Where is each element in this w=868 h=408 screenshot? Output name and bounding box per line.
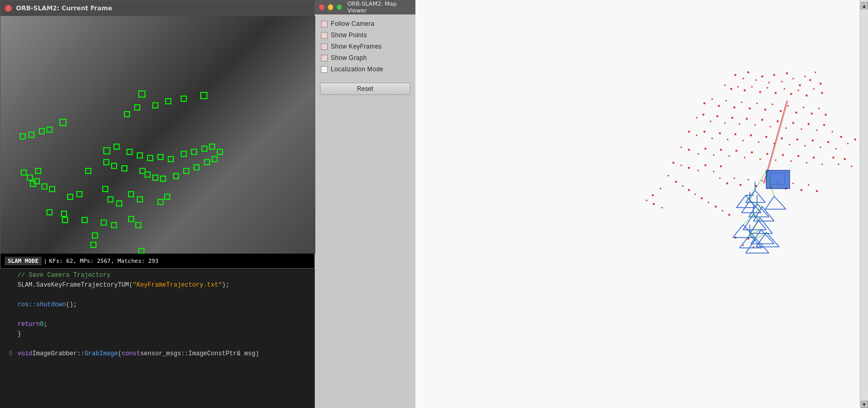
- svg-rect-53: [158, 199, 163, 205]
- scroll-up-button[interactable]: ▲: [861, 2, 868, 9]
- svg-rect-9: [39, 129, 44, 134]
- map-viewer-title: ORB-SLAM2: Map Viewer: [347, 1, 411, 14]
- svg-point-159: [751, 151, 753, 153]
- svg-point-127: [816, 130, 818, 131]
- svg-point-182: [708, 202, 710, 203]
- svg-point-179: [688, 189, 690, 191]
- svg-point-173: [704, 164, 706, 166]
- scroll-down-button[interactable]: ▼: [861, 401, 868, 408]
- svg-rect-50: [117, 201, 122, 206]
- svg-point-204: [726, 182, 728, 184]
- svg-point-116: [731, 117, 733, 119]
- svg-point-111: [696, 117, 698, 119]
- left-panel: ORB-SLAM2: Current Frame: [0, 0, 315, 408]
- svg-point-115: [725, 122, 726, 124]
- svg-rect-64: [415, 0, 868, 408]
- svg-rect-22: [168, 156, 173, 162]
- svg-point-189: [653, 203, 655, 205]
- svg-point-96: [718, 105, 720, 107]
- svg-rect-58: [82, 217, 87, 223]
- svg-point-129: [832, 131, 833, 133]
- svg-rect-25: [202, 146, 207, 151]
- svg-rect-1: [201, 92, 207, 99]
- svg-rect-27: [217, 149, 222, 154]
- map-viewer-max-button[interactable]: [336, 4, 342, 10]
- svg-point-150: [681, 147, 682, 148]
- svg-point-198: [851, 166, 853, 167]
- svg-point-177: [675, 181, 677, 183]
- svg-point-176: [668, 175, 669, 177]
- follow-camera-checkbox[interactable]: [321, 21, 328, 27]
- svg-point-178: [682, 185, 684, 187]
- svg-point-85: [759, 91, 761, 93]
- svg-point-187: [652, 194, 654, 196]
- map-viewer-min-button[interactable]: [328, 4, 333, 10]
- svg-point-131: [696, 135, 698, 136]
- svg-point-100: [749, 107, 751, 109]
- svg-point-73: [786, 72, 788, 74]
- svg-rect-47: [68, 194, 73, 199]
- right-scrollbar: ▲ ▼: [860, 0, 868, 408]
- svg-point-136: [734, 133, 736, 135]
- show-graph-row[interactable]: Show Graph: [320, 53, 410, 63]
- show-keyframes-label: Show KeyFrames: [331, 43, 382, 50]
- svg-point-128: [823, 124, 825, 126]
- code-line-4: ros::shutdown();: [0, 300, 315, 310]
- svg-point-93: [821, 92, 823, 94]
- svg-point-148: [827, 141, 829, 143]
- svg-rect-4: [153, 103, 158, 108]
- svg-point-153: [704, 148, 706, 150]
- svg-point-152: [698, 153, 699, 155]
- svg-point-165: [797, 155, 799, 157]
- svg-point-105: [787, 105, 789, 107]
- svg-point-197: [844, 158, 846, 160]
- svg-rect-20: [148, 155, 153, 161]
- svg-rect-63: [91, 242, 96, 247]
- localization-mode-row[interactable]: Localization Mode: [320, 64, 410, 74]
- show-keyframes-checkbox[interactable]: [321, 43, 328, 50]
- svg-rect-18: [127, 149, 132, 154]
- svg-point-190: [662, 207, 663, 209]
- svg-point-154: [713, 154, 715, 156]
- svg-point-139: [758, 142, 760, 143]
- svg-point-205: [734, 178, 735, 179]
- svg-point-195: [832, 156, 834, 159]
- show-graph-checkbox[interactable]: [321, 55, 328, 61]
- svg-point-108: [811, 113, 813, 115]
- svg-point-87: [775, 92, 777, 94]
- show-points-checkbox[interactable]: [321, 32, 328, 39]
- svg-point-124: [792, 122, 794, 124]
- svg-point-119: [754, 124, 756, 126]
- svg-point-207: [748, 179, 749, 181]
- svg-point-89: [790, 93, 792, 95]
- show-points-row[interactable]: Show Points: [320, 30, 410, 40]
- svg-point-86: [767, 87, 768, 89]
- svg-point-107: [803, 107, 805, 108]
- follow-camera-row[interactable]: Follow Camera: [320, 19, 410, 29]
- code-line-2: SLAM.SaveKeyFrameTrajectoryTUM("KeyFrame…: [0, 280, 315, 290]
- svg-point-185: [728, 214, 730, 216]
- svg-rect-33: [153, 175, 158, 180]
- feature-points-svg: [1, 16, 315, 254]
- status-bar: SLAM MODE | KFs: 62, MPs: 2567, Matches:…: [1, 254, 314, 268]
- svg-point-82: [737, 86, 739, 88]
- map-viewer-close-button[interactable]: [319, 4, 325, 10]
- svg-point-213: [793, 183, 794, 184]
- code-editor: // Save Camera Trajectory SLAM.SaveKeyFr…: [0, 269, 315, 408]
- svg-point-74: [793, 78, 794, 80]
- svg-rect-11: [20, 134, 25, 139]
- svg-point-90: [798, 90, 799, 91]
- svg-point-103: [772, 104, 774, 105]
- reset-button[interactable]: Reset: [320, 83, 410, 95]
- close-button[interactable]: [5, 5, 12, 12]
- svg-point-151: [688, 149, 690, 151]
- svg-point-126: [808, 123, 810, 125]
- svg-point-118: [746, 118, 748, 120]
- localization-mode-checkbox[interactable]: [321, 66, 328, 73]
- svg-rect-14: [47, 210, 52, 215]
- show-keyframes-row[interactable]: Show KeyFrames: [320, 41, 410, 52]
- svg-point-215: [808, 184, 810, 186]
- svg-point-186: [660, 188, 662, 190]
- svg-point-180: [695, 194, 696, 195]
- svg-point-125: [801, 129, 802, 130]
